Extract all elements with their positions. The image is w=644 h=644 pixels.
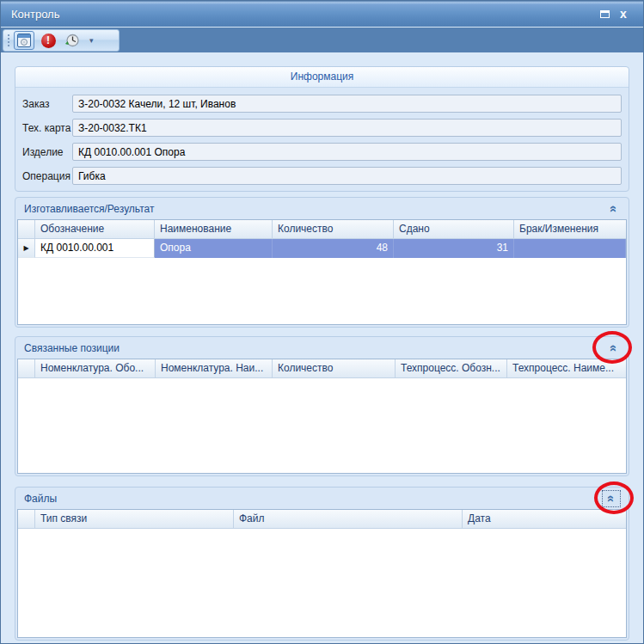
- column-header-link-type[interactable]: Тип связи: [35, 510, 234, 528]
- history-clock-icon: [64, 33, 80, 48]
- linked-positions-empty-area: [18, 378, 626, 473]
- files-empty-area: [18, 529, 626, 637]
- info-panel-title: Информация: [15, 67, 629, 88]
- column-header-date[interactable]: Дата: [463, 510, 626, 528]
- alert-exclamation-icon: !: [41, 34, 56, 48]
- column-header-techprocess-name[interactable]: Техпроцесс. Наиме...: [507, 359, 626, 377]
- info-fields: Заказ Тех. карта Изделие Операция: [15, 88, 629, 185]
- column-header-file[interactable]: Файл: [234, 510, 463, 528]
- toolbar-dropdown-arrow-icon[interactable]: ▾: [89, 36, 94, 45]
- files-title: Файлы: [24, 493, 57, 505]
- made-result-table-header: Обозначение Наименование Количество Сдан…: [18, 220, 626, 239]
- column-header-quantity[interactable]: Количество: [273, 220, 394, 238]
- collapse-chevron-icon: «: [609, 344, 619, 351]
- linked-positions-header: Связанные позиции «: [15, 337, 629, 359]
- control-window: Контроль x ! ▾: [0, 0, 644, 644]
- made-result-header: Изготавливается/Результат «: [15, 198, 629, 219]
- made-result-table: Обозначение Наименование Количество Сдан…: [17, 219, 627, 325]
- minimize-icon: [600, 10, 610, 18]
- close-icon: x: [620, 8, 627, 20]
- control-form-button[interactable]: [14, 31, 34, 50]
- files-header: Файлы «: [15, 488, 629, 509]
- column-header-delivered[interactable]: Сдано: [394, 220, 514, 238]
- column-header-defects[interactable]: Брак/Изменения: [514, 220, 626, 238]
- field-order: Заказ: [22, 95, 622, 113]
- cell-designation[interactable]: КД 0010.00.001: [35, 239, 155, 258]
- cell-defects[interactable]: [514, 239, 626, 258]
- linked-positions-table-header: Номенклатура. Обо... Номенклатура. Наи..…: [18, 359, 626, 378]
- row-indicator-header: [18, 220, 35, 238]
- made-result-panel: Изготавливается/Результат « Обозначение …: [15, 197, 629, 328]
- column-header-techprocess-designation[interactable]: Техпроцесс. Обозн...: [396, 359, 507, 377]
- made-result-collapse-button[interactable]: «: [607, 202, 621, 216]
- techcard-label: Тех. карта: [22, 122, 72, 134]
- cell-quantity[interactable]: 48: [273, 239, 394, 258]
- window-title: Контроль: [11, 8, 595, 21]
- column-header-quantity[interactable]: Количество: [273, 359, 396, 377]
- field-product: Изделие: [22, 143, 622, 161]
- files-collapse-button[interactable]: «: [602, 490, 621, 507]
- collapse-chevron-icon: «: [609, 205, 619, 212]
- operation-field[interactable]: [72, 167, 622, 185]
- linked-positions-table: Номенклатура. Обо... Номенклатура. Наи..…: [17, 359, 627, 474]
- files-table-header: Тип связи Файл Дата: [18, 510, 626, 529]
- alert-button[interactable]: !: [38, 31, 58, 50]
- collapse-chevron-icon: «: [606, 494, 616, 501]
- close-button[interactable]: x: [614, 5, 633, 22]
- linked-positions-collapse-button[interactable]: «: [607, 341, 621, 355]
- techcard-field[interactable]: [72, 119, 622, 137]
- made-result-empty-area: [18, 258, 626, 324]
- cell-delivered[interactable]: 31: [394, 239, 514, 258]
- table-row[interactable]: ▶ КД 0010.00.001 Опора 48 31: [18, 239, 626, 258]
- history-button[interactable]: [62, 31, 83, 50]
- form-gear-icon: [17, 34, 31, 47]
- current-row-indicator: ▶: [18, 239, 35, 258]
- toolbar: ! ▾: [1, 27, 643, 52]
- toolbar-grip-handle[interactable]: [7, 34, 10, 47]
- files-panel: Файлы « Тип связи Файл Дата: [15, 487, 629, 641]
- current-row-arrow-icon: ▶: [23, 244, 28, 252]
- product-field[interactable]: [72, 143, 622, 161]
- operation-label: Операция: [22, 170, 72, 182]
- order-label: Заказ: [22, 98, 72, 110]
- content-area: Информация Заказ Тех. карта Изделие Опер…: [1, 52, 643, 643]
- titlebar: Контроль x: [1, 1, 643, 27]
- column-header-name[interactable]: Наименование: [155, 220, 273, 238]
- linked-positions-title: Связанные позиции: [24, 342, 120, 354]
- files-table: Тип связи Файл Дата: [17, 509, 627, 638]
- field-techcard: Тех. карта: [22, 119, 622, 137]
- row-indicator-header: [18, 359, 35, 377]
- order-field[interactable]: [72, 95, 622, 113]
- row-indicator-header: [18, 510, 35, 528]
- column-header-nomenclature-designation[interactable]: Номенклатура. Обо...: [35, 359, 156, 377]
- minimize-button[interactable]: [595, 5, 614, 22]
- made-result-title: Изготавливается/Результат: [24, 203, 154, 215]
- info-panel: Информация Заказ Тех. карта Изделие Опер…: [15, 66, 629, 192]
- product-label: Изделие: [22, 146, 72, 158]
- cell-name[interactable]: Опора: [155, 239, 273, 258]
- toolbar-island: ! ▾: [3, 29, 120, 52]
- field-operation: Операция: [22, 167, 622, 185]
- linked-positions-panel: Связанные позиции « Номенклатура. Обо...…: [15, 336, 629, 476]
- column-header-nomenclature-name[interactable]: Номенклатура. Наи...: [156, 359, 273, 377]
- column-header-designation[interactable]: Обозначение: [35, 220, 155, 238]
